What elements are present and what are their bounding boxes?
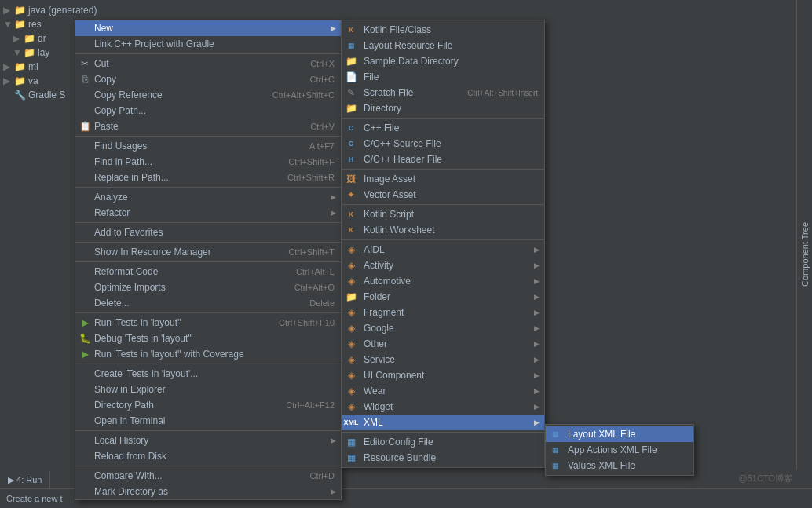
- menu-item-debug-tests[interactable]: 🐛 Debug 'Tests in 'layout'': [75, 331, 341, 346]
- tree-item[interactable]: ▶ 📁 java (generated): [0, 3, 188, 17]
- menu-item-create-tests[interactable]: Create 'Tests in 'layout'...: [75, 366, 341, 382]
- watermark-text: @51CTO博客: [739, 473, 792, 483]
- submenu-automotive[interactable]: ◈ Automotive: [342, 273, 544, 289]
- menu-item-label: Fragment: [364, 307, 404, 318]
- menu-item-label: Analyze: [94, 192, 128, 203]
- submenu-xml[interactable]: XML XML: [342, 415, 544, 430]
- menu-item-label: Create 'Tests in 'layout'...: [94, 368, 198, 379]
- submenu-cpp-header[interactable]: H C/C++ Header File: [342, 152, 544, 167]
- menu-item-find-in-path[interactable]: Find in Path... Ctrl+Shift+F: [75, 154, 341, 170]
- menu-item-label: Layout XML File: [568, 429, 635, 440]
- kotlin-icon: K: [345, 24, 357, 36]
- menu-item-label: Local History: [94, 435, 148, 446]
- menu-item-label: Show In Resource Manager: [94, 247, 211, 258]
- submenu-directory[interactable]: 📁 Directory: [342, 101, 544, 116]
- submenu-activity[interactable]: ◈ Activity: [342, 258, 544, 273]
- menu-separator: [342, 118, 544, 119]
- menu-item-reload-from-disk[interactable]: Reload from Disk: [75, 448, 341, 464]
- menu-item-show-explorer[interactable]: Show in Explorer: [75, 382, 341, 397]
- submenu-image-asset[interactable]: 🖼 Image Asset: [342, 171, 544, 187]
- google-icon: ◈: [345, 322, 357, 334]
- menu-item-label: Folder: [364, 291, 390, 302]
- kotlin-worksheet-icon: K: [345, 224, 357, 236]
- menu-item-label: Kotlin File/Class: [364, 24, 431, 35]
- menu-item-show-resource-manager[interactable]: Show In Resource Manager Ctrl+Shift+T: [75, 244, 341, 260]
- submenu-cpp-source[interactable]: C C/C++ Source File: [342, 136, 544, 152]
- menu-item-cut[interactable]: ✂ Cut Ctrl+X: [75, 56, 341, 71]
- menu-item-label: UI Component: [364, 370, 424, 381]
- menu-item-label: Replace in Path...: [94, 172, 169, 183]
- menu-item-label: Values XML File: [568, 460, 635, 471]
- ui-icon: ◈: [345, 369, 357, 382]
- submenu-folder[interactable]: 📁 Folder: [342, 289, 544, 305]
- context-menu: New Link C++ Project with Gradle ✂ Cut C…: [75, 20, 342, 500]
- menu-item-run-tests[interactable]: ▶ Run 'Tests in 'layout'' Ctrl+Shift+F10: [75, 315, 341, 331]
- menu-item-paste[interactable]: 📋 Paste Ctrl+V: [75, 119, 341, 134]
- resource-icon: ▦: [345, 451, 357, 464]
- menu-item-delete[interactable]: Delete... Delete: [75, 295, 341, 311]
- submenu-other[interactable]: ◈ Other: [342, 336, 544, 352]
- menu-item-replace-in-path[interactable]: Replace in Path... Ctrl+Shift+R: [75, 170, 341, 185]
- menu-item-label: Resource Bundle: [364, 452, 436, 463]
- submenu-xml-panel: ▦ Layout XML File ▦ App Actions XML File…: [545, 424, 694, 476]
- submenu-ui-component[interactable]: ◈ UI Component: [342, 367, 544, 383]
- menu-item-copy[interactable]: ⎘ Copy Ctrl+C: [75, 71, 341, 87]
- submenu-scratch-file[interactable]: ✎ Scratch File Ctrl+Alt+Shift+Insert: [342, 85, 544, 101]
- menu-item-label: C++ File: [364, 122, 399, 133]
- submenu-kotlin-worksheet[interactable]: K Kotlin Worksheet: [342, 222, 544, 238]
- menu-item-copy-reference[interactable]: Copy Reference Ctrl+Alt+Shift+C: [75, 87, 341, 103]
- submenu-resource-bundle[interactable]: ▦ Resource Bundle: [342, 450, 544, 466]
- menu-item-label: Compare With...: [94, 470, 163, 481]
- menu-item-label: Add to Favorites: [94, 227, 163, 238]
- scratch-icon: ✎: [345, 86, 357, 99]
- submenu-fragment[interactable]: ◈ Fragment: [342, 305, 544, 320]
- menu-item-open-terminal[interactable]: Open in Terminal: [75, 413, 341, 429]
- xml-values-xml-file[interactable]: ▦ Values XML File: [546, 458, 693, 473]
- menu-item-label: AIDL: [364, 244, 385, 255]
- menu-item-find-usages[interactable]: Find Usages Alt+F7: [75, 138, 341, 154]
- menu-item-run-tests-coverage[interactable]: ▶ Run 'Tests in 'layout'' with Coverage: [75, 346, 341, 362]
- widget-icon: ◈: [345, 400, 357, 413]
- scissors-icon: ✂: [79, 57, 91, 70]
- submenu-service[interactable]: ◈ Service: [342, 352, 544, 367]
- submenu-editorconfig[interactable]: ▦ EditorConfig File: [342, 434, 544, 450]
- menu-item-analyze[interactable]: Analyze: [75, 189, 341, 205]
- aidl-icon: ◈: [345, 243, 357, 256]
- submenu-kotlin-script[interactable]: K Kotlin Script: [342, 206, 544, 222]
- submenu-wear[interactable]: ◈ Wear: [342, 383, 544, 399]
- menu-item-local-history[interactable]: Local History: [75, 433, 341, 448]
- menu-item-link-cpp[interactable]: Link C++ Project with Gradle: [75, 36, 341, 52]
- submenu-widget[interactable]: ◈ Widget: [342, 399, 544, 415]
- xml-layout-xml-file[interactable]: ▦ Layout XML File: [546, 426, 693, 442]
- submenu-google[interactable]: ◈ Google: [342, 320, 544, 336]
- menu-separator: [75, 466, 341, 466]
- menu-item-label: Copy Path...: [94, 105, 146, 116]
- run-tab[interactable]: ▶ 4: Run: [0, 471, 50, 488]
- submenu-layout-resource[interactable]: ▦ Layout Resource File: [342, 38, 544, 53]
- menu-item-label: Open in Terminal: [94, 415, 166, 426]
- submenu-vector-asset[interactable]: ✦ Vector Asset: [342, 187, 544, 203]
- coverage-icon: ▶: [79, 348, 91, 360]
- service-icon: ◈: [345, 353, 357, 366]
- menu-item-copy-path[interactable]: Copy Path...: [75, 103, 341, 119]
- menu-item-optimize-imports[interactable]: Optimize Imports Ctrl+Alt+O: [75, 280, 341, 295]
- submenu-sample-data-dir[interactable]: 📁 Sample Data Directory: [342, 53, 544, 69]
- menu-item-reformat-code[interactable]: Reformat Code Ctrl+Alt+L: [75, 264, 341, 280]
- submenu-cpp-file[interactable]: C C++ File: [342, 120, 544, 136]
- xml-app-actions-xml-file[interactable]: ▦ App Actions XML File: [546, 442, 693, 458]
- submenu-kotlin-file[interactable]: K Kotlin File/Class: [342, 22, 544, 38]
- menu-item-label: App Actions XML File: [568, 444, 657, 455]
- submenu-file[interactable]: 📄 File: [342, 69, 544, 85]
- menu-item-mark-directory[interactable]: Mark Directory as: [75, 484, 341, 499]
- menu-item-directory-path[interactable]: Directory Path Ctrl+Alt+F12: [75, 397, 341, 413]
- menu-item-refactor[interactable]: Refactor: [75, 205, 341, 221]
- menu-separator: [75, 312, 341, 313]
- menu-item-new[interactable]: New: [75, 20, 341, 36]
- ide-background: ▶ 📁 java (generated) ▼ 📁 res ▶ 📁 dr ▼ 📁 …: [0, 0, 812, 508]
- menu-item-add-to-favorites[interactable]: Add to Favorites: [75, 225, 341, 240]
- menu-item-label: Widget: [364, 401, 393, 412]
- submenu-aidl[interactable]: ◈ AIDL: [342, 242, 544, 258]
- wear-icon: ◈: [345, 385, 357, 397]
- menu-item-label: Reformat Code: [94, 266, 158, 277]
- menu-item-compare-with[interactable]: Compare With... Ctrl+D: [75, 468, 341, 484]
